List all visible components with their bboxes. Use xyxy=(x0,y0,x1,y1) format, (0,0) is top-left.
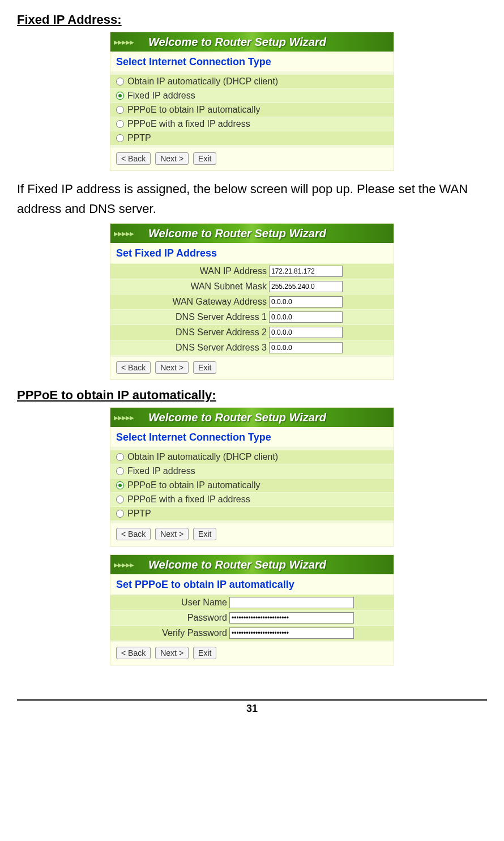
field-label: WAN Gateway Address xyxy=(114,297,269,307)
exit-button[interactable]: Exit xyxy=(193,528,216,540)
radio-label: Fixed IP address xyxy=(127,91,195,101)
wizard-banner: ▶▶▶▶▶ Welcome to Router Setup Wizard xyxy=(110,32,394,52)
back-button[interactable]: < Back xyxy=(116,152,151,165)
radio-icon[interactable] xyxy=(116,134,124,142)
body-paragraph: If Fixed IP address is assigned, the bel… xyxy=(17,179,487,219)
field-label: WAN Subnet Mask xyxy=(114,281,269,292)
ip-input[interactable] xyxy=(269,266,343,277)
wizard-title: Welcome to Router Setup Wizard xyxy=(148,558,326,571)
form-row: DNS Server Address 3 xyxy=(110,340,394,356)
field-label: DNS Server Address 3 xyxy=(114,343,269,353)
wizard-subtitle: Select Internet Connection Type xyxy=(110,427,394,447)
radio-icon[interactable] xyxy=(116,481,124,489)
radio-icon[interactable] xyxy=(116,78,124,86)
radio-icon[interactable] xyxy=(116,92,124,100)
field-label: Verify Password xyxy=(114,628,229,638)
ip-input[interactable] xyxy=(269,342,343,353)
wizard-banner: ▶▶▶▶▶ Welcome to Router Setup Wizard xyxy=(110,408,394,427)
radio-label: PPPoE to obtain IP automatically xyxy=(127,105,260,115)
wizard-banner: ▶▶▶▶▶ Welcome to Router Setup Wizard xyxy=(110,555,394,574)
exit-button[interactable]: Exit xyxy=(193,361,216,374)
form-row: WAN Subnet Mask xyxy=(110,279,394,294)
wizard-subtitle: Set PPPoE to obtain IP automatically xyxy=(110,574,394,594)
chevron-icon: ▶▶▶▶▶ xyxy=(114,562,134,568)
wizard-title: Welcome to Router Setup Wizard xyxy=(148,411,326,424)
section-heading: PPPoE to obtain IP automatically: xyxy=(17,388,487,403)
page-number: 31 xyxy=(17,699,487,715)
chevron-icon: ▶▶▶▶▶ xyxy=(114,39,134,45)
radio-icon[interactable] xyxy=(116,106,124,114)
wizard-title: Welcome to Router Setup Wizard xyxy=(148,227,326,240)
radio-label: Fixed IP address xyxy=(127,466,195,476)
radio-label: PPPoE with a fixed IP address xyxy=(127,494,250,505)
radio-icon[interactable] xyxy=(116,496,124,503)
username-input[interactable] xyxy=(229,597,354,608)
back-button[interactable]: < Back xyxy=(116,528,151,540)
radio-option[interactable]: Fixed IP address xyxy=(110,89,394,103)
form-row: Password xyxy=(110,611,394,626)
radio-icon[interactable] xyxy=(116,453,124,461)
wizard-panel-fixed-ip-form: ▶▶▶▶▶ Welcome to Router Setup Wizard Set… xyxy=(110,223,394,380)
next-button[interactable]: Next > xyxy=(155,152,189,165)
radio-icon[interactable] xyxy=(116,120,124,128)
radio-icon[interactable] xyxy=(116,510,124,518)
back-button[interactable]: < Back xyxy=(116,361,151,374)
radio-label: PPPoE with a fixed IP address xyxy=(127,119,250,129)
password-input[interactable] xyxy=(229,627,354,639)
ip-input[interactable] xyxy=(269,296,343,308)
form-row: WAN IP Address xyxy=(110,264,394,279)
chevron-icon: ▶▶▶▶▶ xyxy=(114,415,134,421)
field-label: DNS Server Address 1 xyxy=(114,312,269,322)
form-row: WAN Gateway Address xyxy=(110,294,394,310)
radio-option[interactable]: Fixed IP address xyxy=(110,464,394,479)
radio-option[interactable]: PPTP xyxy=(110,131,394,146)
radio-option[interactable]: Obtain IP automatically (DHCP client) xyxy=(110,75,394,89)
next-button[interactable]: Next > xyxy=(155,361,189,374)
next-button[interactable]: Next > xyxy=(155,528,189,540)
radio-icon[interactable] xyxy=(116,467,124,475)
exit-button[interactable]: Exit xyxy=(193,152,216,165)
radio-option[interactable]: Obtain IP automatically (DHCP client) xyxy=(110,450,394,464)
field-label: User Name xyxy=(114,597,229,608)
ip-input[interactable] xyxy=(269,311,343,323)
form-row: DNS Server Address 2 xyxy=(110,325,394,340)
radio-label: Obtain IP automatically (DHCP client) xyxy=(127,452,278,462)
ip-input[interactable] xyxy=(269,327,343,338)
radio-option[interactable]: PPPoE to obtain IP automatically xyxy=(110,479,394,493)
wizard-panel-connection-type-fixed: ▶▶▶▶▶ Welcome to Router Setup Wizard Sel… xyxy=(110,32,394,171)
back-button[interactable]: < Back xyxy=(116,647,151,659)
radio-label: PPPoE to obtain IP automatically xyxy=(127,480,260,490)
next-button[interactable]: Next > xyxy=(155,647,189,659)
field-label: WAN IP Address xyxy=(114,266,269,276)
radio-option[interactable]: PPPoE with a fixed IP address xyxy=(110,117,394,131)
form-row: User Name xyxy=(110,595,394,611)
wizard-subtitle: Select Internet Connection Type xyxy=(110,52,394,71)
exit-button[interactable]: Exit xyxy=(193,647,216,659)
form-row: DNS Server Address 1 xyxy=(110,310,394,325)
wizard-panel-pppoe-form: ▶▶▶▶▶ Welcome to Router Setup Wizard Set… xyxy=(110,554,394,665)
wizard-subtitle: Set Fixed IP Address xyxy=(110,243,394,263)
wizard-banner: ▶▶▶▶▶ Welcome to Router Setup Wizard xyxy=(110,224,394,243)
section-heading: Fixed IP Address: xyxy=(17,12,487,27)
wizard-panel-connection-type-pppoe: ▶▶▶▶▶ Welcome to Router Setup Wizard Sel… xyxy=(110,407,394,547)
field-label: DNS Server Address 2 xyxy=(114,327,269,338)
radio-option[interactable]: PPTP xyxy=(110,507,394,521)
ip-input[interactable] xyxy=(269,281,343,292)
chevron-icon: ▶▶▶▶▶ xyxy=(114,230,134,237)
radio-label: Obtain IP automatically (DHCP client) xyxy=(127,76,278,87)
field-label: Password xyxy=(114,613,229,623)
form-row: Verify Password xyxy=(110,626,394,641)
radio-option[interactable]: PPPoE with a fixed IP address xyxy=(110,493,394,507)
radio-label: PPTP xyxy=(127,509,151,519)
radio-option[interactable]: PPPoE to obtain IP automatically xyxy=(110,103,394,117)
password-input[interactable] xyxy=(229,612,354,624)
radio-label: PPTP xyxy=(127,133,151,143)
wizard-title: Welcome to Router Setup Wizard xyxy=(148,36,326,49)
